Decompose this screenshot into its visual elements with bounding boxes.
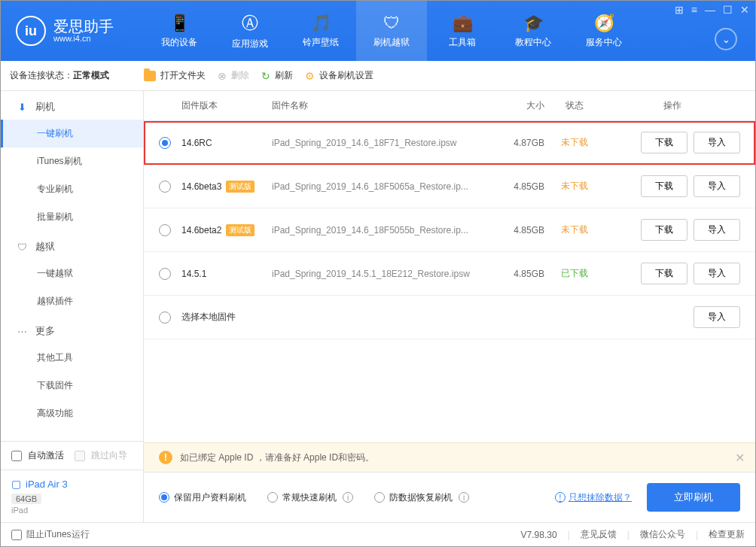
open-folder-button[interactable]: 打开文件夹 — [144, 69, 206, 82]
warning-close-icon[interactable]: ✕ — [735, 451, 745, 465]
firmware-version: 14.6beta3测试版 — [181, 181, 272, 193]
auto-activate-checkbox[interactable] — [11, 451, 22, 461]
option-label: 保留用户资料刷机 — [174, 491, 246, 504]
window-minimize-icon[interactable]: — — [705, 4, 715, 16]
refresh-button[interactable]: ↻ 刷新 — [261, 69, 293, 82]
firmware-size: 4.85GB — [484, 269, 544, 279]
firmware-actions: 下载导入 — [605, 219, 740, 241]
nav-tab-6[interactable]: 🧭服务中心 — [569, 1, 639, 61]
skip-wizard-checkbox[interactable] — [75, 451, 85, 461]
flash-now-button[interactable]: 立即刷机 — [647, 483, 740, 512]
nav-tab-1[interactable]: Ⓐ应用游戏 — [215, 1, 285, 61]
delete-label: 删除 — [231, 69, 249, 82]
sidebar-item[interactable]: 专业刷机 — [1, 175, 143, 203]
firmware-actions: 下载导入 — [605, 263, 740, 284]
flash-option[interactable]: 防数据恢复刷机i — [374, 491, 469, 504]
info-icon[interactable]: i — [459, 492, 469, 503]
firmware-action-button[interactable]: 导入 — [694, 306, 740, 328]
check-update-link[interactable]: 检查更新 — [709, 528, 745, 541]
content-area: 固件版本 固件名称 大小 状态 操作 14.6RC iPad_Spring_20… — [144, 91, 755, 522]
nav-tab-3[interactable]: 🛡刷机越狱 — [356, 1, 427, 61]
window-close-icon[interactable]: ✕ — [740, 4, 749, 16]
nav-tab-label: 我的设备 — [161, 36, 197, 49]
option-radio[interactable] — [374, 492, 385, 503]
firmware-list: 14.6RC iPad_Spring_2019_14.6_18F71_Resto… — [144, 121, 755, 442]
nav-tab-icon: Ⓐ — [242, 12, 258, 35]
firmware-row[interactable]: 14.6beta2测试版 iPad_Spring_2019_14.6_18F50… — [144, 208, 755, 252]
firmware-row[interactable]: 14.6RC iPad_Spring_2019_14.6_18F71_Resto… — [144, 121, 755, 165]
window-menu-icon[interactable]: ≡ — [691, 4, 697, 16]
firmware-version: 14.5.1 — [181, 269, 272, 279]
firmware-version: 14.6beta2测试版 — [181, 224, 272, 236]
firmware-action-button[interactable]: 下载 — [641, 175, 687, 197]
main-area: ⬇刷机一键刷机iTunes刷机专业刷机批量刷机🛡越狱一键越狱越狱插件⋯更多其他工… — [1, 91, 755, 522]
sidebar-group-icon: ⬇ — [16, 102, 28, 113]
footer-separator: | — [696, 530, 698, 540]
firmware-radio[interactable] — [159, 181, 171, 193]
skip-wizard-label: 跳过向导 — [91, 449, 127, 462]
footer: 阻止iTunes运行 V7.98.30 | 意见反馈 | 微信公众号 | 检查更… — [1, 522, 755, 546]
nav-tab-0[interactable]: 📱我的设备 — [144, 1, 215, 61]
nav-tab-icon: 💼 — [453, 14, 473, 33]
firmware-action-button[interactable]: 下载 — [641, 263, 687, 284]
header-dropdown[interactable]: ⌄ — [715, 28, 737, 50]
firmware-action-button[interactable]: 导入 — [694, 219, 740, 241]
delete-button[interactable]: ⊗ 删除 — [218, 69, 249, 82]
window-grid-icon[interactable]: ⊞ — [675, 4, 684, 16]
sidebar-item[interactable]: 一键越狱 — [1, 260, 143, 287]
warning-text: 如已绑定 Apple ID ，请准备好 Apple ID和密码。 — [180, 451, 374, 464]
firmware-action-button[interactable]: 下载 — [641, 219, 687, 241]
firmware-row[interactable]: 14.5.1 iPad_Spring_2019_14.5.1_18E212_Re… — [144, 252, 755, 296]
firmware-actions: 下载导入 — [605, 175, 740, 197]
nav-tab-5[interactable]: 🎓教程中心 — [498, 1, 569, 61]
window-maximize-icon[interactable]: ☐ — [723, 4, 733, 16]
block-itunes-checkbox[interactable] — [11, 530, 22, 540]
options-bar: 保留用户资料刷机常规快速刷机i防数据恢复刷机i!只想抹除数据？立即刷机 — [144, 472, 755, 522]
sidebar-item[interactable]: 批量刷机 — [1, 203, 143, 231]
firmware-radio[interactable] — [159, 268, 171, 280]
sidebar-item[interactable]: iTunes刷机 — [1, 147, 143, 175]
sidebar-item[interactable]: 下载固件 — [1, 372, 143, 400]
firmware-name: iPad_Spring_2019_14.6_18F5055b_Restore.i… — [272, 225, 484, 236]
info-icon[interactable]: i — [343, 492, 353, 503]
sidebar-item[interactable]: 越狱插件 — [1, 287, 143, 315]
nav-tab-icon: 🎓 — [523, 14, 544, 33]
nav-tab-2[interactable]: 🎵铃声壁纸 — [285, 1, 356, 61]
option-radio[interactable] — [159, 492, 169, 503]
firmware-radio[interactable] — [159, 224, 171, 236]
feedback-link[interactable]: 意见反馈 — [581, 528, 617, 541]
logo-icon: iu — [16, 16, 46, 46]
wechat-link[interactable]: 微信公众号 — [640, 528, 685, 541]
firmware-size: 4.85GB — [484, 181, 544, 192]
block-itunes-control[interactable]: 阻止iTunes运行 — [11, 528, 90, 541]
firmware-row[interactable]: 选择本地固件 导入 — [144, 296, 755, 339]
firmware-radio[interactable] — [159, 311, 171, 324]
nav-tab-4[interactable]: 💼工具箱 — [427, 1, 498, 61]
firmware-actions: 下载导入 — [605, 132, 740, 153]
firmware-row[interactable]: 14.6beta3测试版 iPad_Spring_2019_14.6_18F50… — [144, 165, 755, 208]
erase-data-link[interactable]: !只想抹除数据？ — [553, 491, 632, 504]
sidebar-item[interactable]: 高级功能 — [1, 400, 143, 427]
sidebar-group[interactable]: 🛡越狱 — [1, 231, 143, 260]
flash-option[interactable]: 保留用户资料刷机 — [159, 491, 246, 504]
firmware-action-button[interactable]: 导入 — [694, 175, 740, 197]
option-radio[interactable] — [267, 492, 278, 503]
sidebar-group[interactable]: ⬇刷机 — [1, 91, 143, 120]
flash-option[interactable]: 常规快速刷机i — [267, 491, 353, 504]
firmware-actions: 导入 — [605, 306, 740, 328]
device-settings-button[interactable]: ⚙ 设备刷机设置 — [305, 69, 373, 82]
logo-url: www.i4.cn — [53, 34, 114, 43]
firmware-action-button[interactable]: 导入 — [694, 263, 740, 284]
firmware-radio[interactable] — [159, 137, 171, 149]
device-name[interactable]: ▢ iPad Air 3 — [11, 478, 133, 490]
firmware-action-button[interactable]: 下载 — [641, 132, 687, 153]
device-type: iPad — [11, 506, 133, 515]
nav-tab-label: 铃声壁纸 — [303, 36, 339, 49]
sidebar-item[interactable]: 一键刷机 — [1, 120, 143, 147]
sidebar-group[interactable]: ⋯更多 — [1, 315, 143, 344]
firmware-action-button[interactable]: 导入 — [694, 132, 740, 153]
sidebar-item[interactable]: 其他工具 — [1, 344, 143, 372]
sidebar-group-label: 越狱 — [35, 240, 55, 254]
delete-icon: ⊗ — [218, 70, 227, 82]
open-folder-label: 打开文件夹 — [160, 69, 206, 82]
